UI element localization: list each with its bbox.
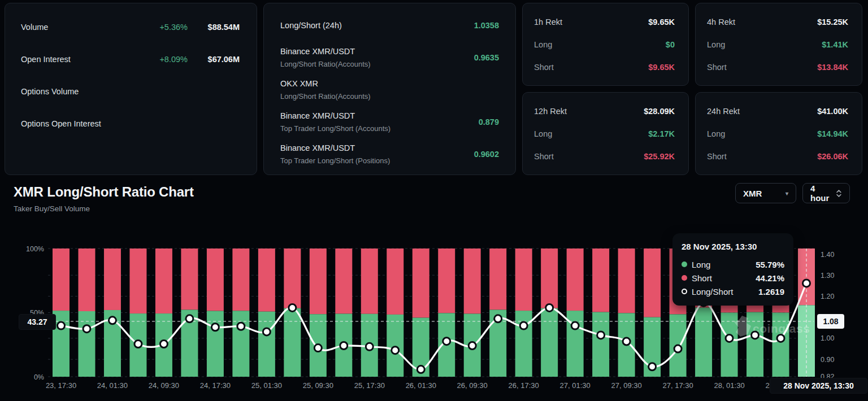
bar-short[interactable] xyxy=(387,249,403,315)
bar-long[interactable] xyxy=(567,311,584,377)
bar-short[interactable] xyxy=(489,249,506,310)
line-dot xyxy=(803,280,810,287)
rekt-long-value: $1.41K xyxy=(822,40,848,49)
x-axis-tick: 27, 17:30 xyxy=(662,381,693,390)
ratio-row[interactable]: Binance XMR/USDTTop Trader Long/Short (A… xyxy=(280,110,499,134)
bar-short[interactable] xyxy=(644,249,661,317)
bar-short[interactable] xyxy=(567,249,584,311)
rekt-total-value: $28.09K xyxy=(644,107,675,116)
bar-short[interactable] xyxy=(438,249,455,313)
bar-short[interactable] xyxy=(310,249,327,314)
bar-short[interactable] xyxy=(541,249,558,308)
bar-short[interactable] xyxy=(592,249,609,312)
ratio-row[interactable]: Binance XMR/USDTTop Trader Long/Short (P… xyxy=(280,142,499,167)
bar-long[interactable] xyxy=(310,314,327,377)
right-axis-tick: 1.00 xyxy=(821,334,834,342)
bar-long[interactable] xyxy=(258,312,275,377)
bar-long[interactable] xyxy=(361,314,378,377)
bar-short[interactable] xyxy=(515,249,532,311)
bar-short[interactable] xyxy=(284,249,301,308)
bar-short[interactable] xyxy=(129,249,146,313)
bar-long[interactable] xyxy=(413,318,429,377)
bar-short[interactable] xyxy=(78,249,95,311)
bar-short[interactable] xyxy=(798,249,815,305)
ratio-label-main: Binance XMR/USDT xyxy=(280,143,390,154)
line-dot xyxy=(289,304,296,311)
rekt-long-label: Long xyxy=(707,129,725,138)
symbol-select[interactable]: XMR ▾ xyxy=(735,183,796,203)
rekt-column-right: 4h Rekt$15.25KLong$1.41KShort$13.84K24h … xyxy=(695,3,862,175)
bar-long[interactable] xyxy=(592,312,609,377)
rekt-short-row: Short$9.65K xyxy=(534,62,675,73)
ratio-row[interactable]: Binance XMR/USDTLong/Short Ratio(Account… xyxy=(280,45,499,70)
line-dot xyxy=(366,343,373,350)
bar-long[interactable] xyxy=(232,311,249,377)
bar-long[interactable] xyxy=(618,313,635,377)
bar-long[interactable] xyxy=(644,317,661,377)
bar-long[interactable] xyxy=(721,313,738,377)
x-axis-tick: 27, 01:30 xyxy=(560,381,591,390)
stat-row[interactable]: Open Interest+8.09%$67.06M xyxy=(21,53,240,66)
ratio-label-sub: Top Trader Long/Short (Positions) xyxy=(280,155,390,166)
bar-short[interactable] xyxy=(258,249,275,312)
x-axis-tick: 28, 01:30 xyxy=(714,381,744,390)
ratio-label-main: OKX XMR xyxy=(280,79,371,89)
bar-long[interactable] xyxy=(670,314,687,377)
bar-short[interactable] xyxy=(53,249,70,311)
bar-long[interactable] xyxy=(747,312,763,377)
bar-long[interactable] xyxy=(181,310,198,377)
ratio-label: Binance XMR/USDTTop Trader Long/Short (P… xyxy=(280,143,390,166)
ratio-value: 0.9602 xyxy=(474,150,499,159)
line-dot xyxy=(237,322,245,330)
bar-long[interactable] xyxy=(489,310,506,377)
bar-short[interactable] xyxy=(207,249,224,311)
bar-short[interactable] xyxy=(181,249,198,310)
bar-short[interactable] xyxy=(335,249,352,314)
bar-long[interactable] xyxy=(798,305,815,377)
bar-long[interactable] xyxy=(78,311,95,377)
stat-row[interactable]: Options Open Interest xyxy=(21,117,240,130)
bar-long[interactable] xyxy=(772,313,789,377)
line-dot xyxy=(340,342,348,350)
stat-value: $88.54M xyxy=(188,23,240,32)
x-axis-tick: 24, 17:30 xyxy=(200,381,231,390)
symbol-select-value: XMR xyxy=(743,189,762,198)
bar-long[interactable] xyxy=(464,314,481,377)
line-dot xyxy=(777,334,784,342)
line-dot xyxy=(674,345,682,352)
rekt-column-left: 1h Rekt$9.65KLong$0Short$9.65K12h Rekt$2… xyxy=(522,3,689,175)
bar-long[interactable] xyxy=(541,308,558,377)
bar-short[interactable] xyxy=(104,249,121,310)
line-dot xyxy=(623,338,630,345)
bar-short[interactable] xyxy=(413,249,429,318)
bar-long[interactable] xyxy=(387,315,403,377)
bar-long[interactable] xyxy=(695,308,712,377)
bar-short[interactable] xyxy=(232,249,249,311)
left-axis-tick: 100% xyxy=(26,245,44,253)
bar-long[interactable] xyxy=(284,308,301,377)
stats-row: Volume+5.36%$88.54MOpen Interest+8.09%$6… xyxy=(0,0,868,175)
interval-select[interactable]: 4 hour xyxy=(802,183,850,203)
ratio-row[interactable]: OKX XMRLong/Short Ratio(Accounts) xyxy=(280,77,499,102)
rekt-short-row: Short$13.84K xyxy=(707,62,848,73)
ratio-row[interactable]: Long/Short (24h)1.0358 xyxy=(280,13,499,38)
stat-row[interactable]: Volume+5.36%$88.54M xyxy=(21,20,240,34)
bar-long[interactable] xyxy=(515,311,532,377)
bar-short[interactable] xyxy=(155,249,172,313)
stat-row[interactable]: Options Volume xyxy=(21,85,240,98)
line-dot xyxy=(443,338,450,345)
bar-short[interactable] xyxy=(361,249,378,314)
tooltip-series-value: 44.21% xyxy=(756,273,784,283)
bar-long[interactable] xyxy=(335,314,352,377)
long-short-ratios-panel: Long/Short (24h)1.0358Binance XMR/USDTLo… xyxy=(263,3,516,175)
bar-long[interactable] xyxy=(104,310,121,377)
rekt-total-value: $9.65K xyxy=(648,18,675,27)
bar-long[interactable] xyxy=(155,313,172,377)
bar-long[interactable] xyxy=(438,313,455,377)
bar-long[interactable] xyxy=(207,311,224,377)
rekt-short-value: $26.06K xyxy=(817,152,848,161)
bar-short[interactable] xyxy=(464,249,481,314)
bar-short[interactable] xyxy=(618,249,635,313)
line-dot xyxy=(108,317,116,324)
bar-long[interactable] xyxy=(129,313,146,377)
